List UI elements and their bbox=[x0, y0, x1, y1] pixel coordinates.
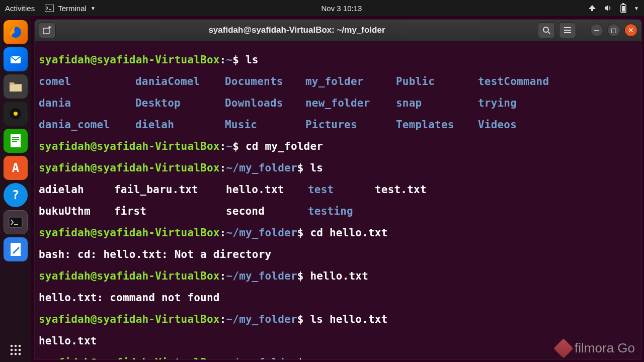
volume-icon[interactable] bbox=[604, 4, 613, 12]
dock-files[interactable] bbox=[4, 74, 28, 99]
dock-terminal[interactable] bbox=[4, 210, 28, 234]
terminal-content[interactable]: syafidah@syafidah-VirtualBox:~$ ls comel… bbox=[35, 41, 641, 360]
svg-rect-26 bbox=[43, 28, 49, 34]
svg-rect-14 bbox=[9, 217, 22, 227]
dock-software[interactable]: A bbox=[4, 156, 28, 180]
svg-point-21 bbox=[15, 349, 17, 351]
svg-rect-10 bbox=[11, 134, 21, 147]
window-title: syafidah@syafidah-VirtualBox: ~/my_folde… bbox=[60, 25, 534, 35]
svg-point-9 bbox=[14, 112, 18, 116]
terminal-window: syafidah@syafidah-VirtualBox: ~/my_folde… bbox=[34, 19, 642, 360]
clock[interactable]: Nov 3 10:13 bbox=[96, 4, 588, 13]
svg-rect-13 bbox=[12, 141, 17, 142]
network-icon[interactable] bbox=[588, 4, 597, 12]
dock-libreoffice[interactable] bbox=[4, 129, 28, 153]
svg-point-17 bbox=[11, 345, 13, 347]
svg-point-30 bbox=[543, 27, 548, 32]
app-menu[interactable]: Terminal ▼ bbox=[45, 4, 96, 13]
hamburger-menu-button[interactable] bbox=[559, 22, 576, 38]
maximize-button[interactable]: ◻ bbox=[607, 24, 620, 37]
app-menu-label: Terminal bbox=[58, 4, 87, 13]
minimize-button[interactable]: ─ bbox=[590, 24, 603, 37]
watermark-text: filmora Go bbox=[575, 340, 635, 356]
new-tab-button[interactable] bbox=[39, 22, 56, 38]
svg-point-20 bbox=[11, 349, 13, 351]
svg-rect-12 bbox=[12, 139, 19, 140]
svg-point-19 bbox=[19, 345, 21, 347]
dock-show-apps[interactable] bbox=[4, 338, 28, 362]
dock-help[interactable]: ? bbox=[4, 183, 28, 207]
svg-rect-11 bbox=[12, 137, 19, 138]
svg-rect-4 bbox=[622, 6, 625, 12]
svg-point-25 bbox=[19, 353, 21, 355]
system-menu-chevron-icon[interactable]: ▼ bbox=[634, 6, 639, 11]
svg-point-18 bbox=[15, 345, 17, 347]
search-button[interactable] bbox=[538, 22, 555, 38]
svg-rect-7 bbox=[10, 85, 22, 92]
svg-point-22 bbox=[19, 349, 21, 351]
dock-rhythmbox[interactable] bbox=[4, 102, 28, 126]
dock-firefox[interactable] bbox=[4, 20, 28, 44]
filmora-watermark: filmora Go bbox=[556, 340, 635, 356]
svg-rect-3 bbox=[622, 3, 624, 5]
svg-rect-0 bbox=[45, 5, 54, 12]
terminal-indicator-icon bbox=[45, 5, 54, 12]
chevron-down-icon: ▼ bbox=[91, 6, 96, 11]
svg-line-31 bbox=[548, 32, 550, 34]
dock-text-editor[interactable] bbox=[4, 237, 28, 261]
window-titlebar: syafidah@syafidah-VirtualBox: ~/my_folde… bbox=[35, 20, 641, 41]
gnome-topbar: Activities Terminal ▼ Nov 3 10:13 ▼ bbox=[0, 0, 644, 16]
dock: A ? bbox=[0, 16, 31, 362]
dock-thunderbird[interactable] bbox=[4, 47, 28, 71]
battery-icon[interactable] bbox=[620, 3, 627, 13]
svg-rect-16 bbox=[11, 243, 21, 256]
svg-point-24 bbox=[15, 353, 17, 355]
svg-point-23 bbox=[11, 353, 13, 355]
filmora-logo-icon bbox=[553, 338, 574, 358]
close-button[interactable]: ✕ bbox=[624, 24, 637, 37]
activities-button[interactable]: Activities bbox=[5, 4, 35, 13]
